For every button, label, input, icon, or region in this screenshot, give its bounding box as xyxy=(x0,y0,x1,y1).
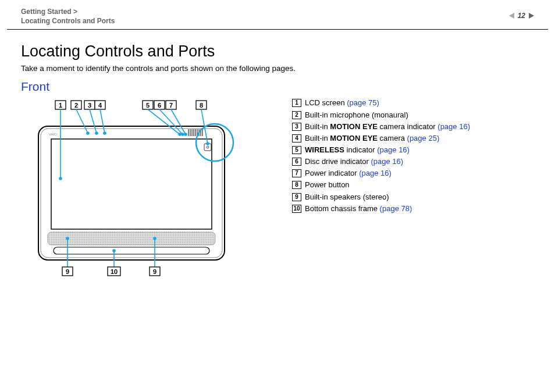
legend-text: Power button xyxy=(305,179,350,191)
callout-box-2: 2 xyxy=(71,101,81,109)
legend-text: Bottom chassis frame (page 78) xyxy=(305,203,412,215)
svg-text:5: 5 xyxy=(146,102,150,109)
svg-point-42 xyxy=(59,177,62,180)
legend-number-box: 7 xyxy=(292,169,301,177)
svg-point-50 xyxy=(179,133,181,136)
page-ref-link[interactable]: (page 75) xyxy=(347,98,379,107)
svg-rect-18 xyxy=(51,139,212,229)
legend-number-box: 5 xyxy=(292,146,301,154)
svg-point-54 xyxy=(184,133,187,136)
svg-point-44 xyxy=(87,132,89,134)
page-ref-link[interactable]: (page 78) xyxy=(380,204,412,213)
svg-point-52 xyxy=(182,133,184,136)
intro-text: Take a moment to identify the controls a… xyxy=(21,64,534,73)
callout-box-9: 9 xyxy=(62,267,73,276)
page-number: 12 xyxy=(518,12,525,20)
svg-point-48 xyxy=(104,132,106,134)
next-page-icon[interactable] xyxy=(529,13,534,19)
svg-text:8: 8 xyxy=(200,102,203,109)
legend-list: 1LCD screen (page 75)2Built-in microphon… xyxy=(292,97,534,214)
legend-number-box: 4 xyxy=(292,134,301,142)
page-ref-link[interactable]: (page 16) xyxy=(359,169,392,177)
legend-item: 2Built-in microphone (monaural) xyxy=(292,109,534,121)
section-heading: Front xyxy=(21,80,534,94)
callout-box-1: 1 xyxy=(55,101,66,109)
svg-point-62 xyxy=(154,237,156,240)
legend-item: 8Power button xyxy=(292,179,534,191)
svg-text:9: 9 xyxy=(153,268,156,275)
legend-number-box: 1 xyxy=(292,99,301,107)
callout-box-9: 9 xyxy=(150,267,160,276)
legend-text: Built-in MOTION EYE camera (page 25) xyxy=(305,133,439,144)
svg-point-60 xyxy=(113,250,115,252)
legend-text: Built-in speakers (stereo) xyxy=(305,191,389,203)
page-navigator: 12 xyxy=(509,12,534,20)
front-diagram: 12345678 xyxy=(21,97,271,277)
breadcrumb-line2: Locating Controls and Ports xyxy=(21,16,115,26)
legend-item: 5WIRELESS indicator (page 16) xyxy=(292,144,534,156)
svg-text:4: 4 xyxy=(98,102,102,109)
callout-box-6: 6 xyxy=(154,101,165,109)
svg-point-46 xyxy=(95,132,98,134)
page-ref-link[interactable]: (page 16) xyxy=(371,157,403,166)
legend-number-box: 3 xyxy=(292,123,301,131)
legend-text: WIRELESS indicator (page 16) xyxy=(305,144,410,156)
page-title: Locating Controls and Ports xyxy=(21,42,534,60)
svg-text:1: 1 xyxy=(59,102,62,109)
legend-item: 6Disc drive indicator (page 16) xyxy=(292,156,534,168)
legend-text: Built-in MOTION EYE camera indicator (pa… xyxy=(305,121,470,133)
legend-text: Power indicator (page 16) xyxy=(305,168,392,179)
breadcrumb-line1: Getting Started > xyxy=(21,7,115,16)
legend-number-box: 2 xyxy=(292,111,301,119)
svg-text:2: 2 xyxy=(74,102,78,109)
callout-box-4: 4 xyxy=(95,101,105,109)
callout-box-7: 7 xyxy=(166,101,176,109)
prev-page-icon[interactable] xyxy=(509,13,514,19)
svg-text:10: 10 xyxy=(111,268,118,275)
legend-text: Disc drive indicator (page 16) xyxy=(305,156,403,168)
callout-box-8: 8 xyxy=(196,101,207,109)
svg-text:7: 7 xyxy=(169,102,173,109)
page-ref-link[interactable]: (page 16) xyxy=(377,145,410,154)
legend-item: 3Built-in MOTION EYE camera indicator (p… xyxy=(292,121,534,133)
page-ref-link[interactable]: (page 25) xyxy=(407,134,440,142)
breadcrumb: Getting Started > Locating Controls and … xyxy=(21,7,115,26)
vaio-logo: VAIO xyxy=(49,133,57,136)
legend-item: 7Power indicator (page 16) xyxy=(292,168,534,179)
legend-number-box: 10 xyxy=(292,205,301,213)
callout-box-5: 5 xyxy=(143,101,153,109)
legend-text: Built-in microphone (monaural) xyxy=(305,109,408,121)
legend-item: 9Built-in speakers (stereo) xyxy=(292,191,534,203)
svg-rect-38 xyxy=(54,247,209,254)
legend-item: 1LCD screen (page 75) xyxy=(292,97,534,109)
svg-point-56 xyxy=(207,142,209,145)
svg-text:3: 3 xyxy=(88,102,91,109)
callout-box-3: 3 xyxy=(84,101,95,109)
callout-box-10: 10 xyxy=(108,267,120,276)
svg-text:9: 9 xyxy=(66,268,69,275)
legend-number-box: 8 xyxy=(292,181,301,189)
svg-rect-37 xyxy=(48,232,215,245)
svg-point-58 xyxy=(66,237,69,240)
legend-item: 4Built-in MOTION EYE camera (page 25) xyxy=(292,133,534,144)
legend-text: LCD screen (page 75) xyxy=(305,97,379,109)
legend-item: 10Bottom chassis frame (page 78) xyxy=(292,203,534,215)
svg-text:6: 6 xyxy=(158,102,161,109)
legend-number-box: 6 xyxy=(292,158,301,166)
legend-number-box: 9 xyxy=(292,193,301,201)
page-ref-link[interactable]: (page 16) xyxy=(437,122,470,131)
